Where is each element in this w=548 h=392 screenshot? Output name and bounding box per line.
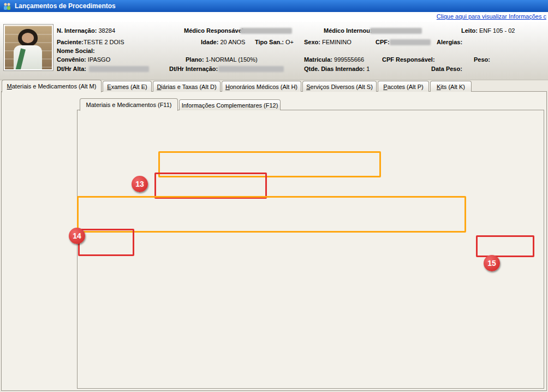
- inner-tab-panel: [77, 110, 544, 389]
- nome-social-label: Nome Social:: [57, 47, 95, 54]
- callout-15: 15: [484, 255, 500, 271]
- peso-label: Peso:: [474, 56, 490, 63]
- tab-kits[interactable]: Kits (Alt K): [430, 81, 472, 92]
- sexo: Sexo: FEMININO: [304, 39, 352, 45]
- cpf-label: CPF:: [376, 39, 390, 45]
- tab-servicos-diversos[interactable]: Serviços Diversos (Alt S): [302, 81, 377, 92]
- patient-photo: [3, 24, 53, 71]
- inner-tab-materiais-f11[interactable]: Materiais e Medicamentos (F11): [80, 98, 178, 111]
- medico-internou-redacted: [370, 28, 422, 34]
- title-bar: Lançamentos de Procedimentos: [0, 0, 548, 12]
- n-internacao: N. Internação: 38284: [57, 27, 115, 34]
- medico-responsavel-label: Médico Responsável:: [184, 27, 245, 34]
- callout-13: 13: [132, 176, 148, 192]
- dt-internacao-redacted: [218, 66, 284, 72]
- window-title: Lançamentos de Procedimentos: [15, 2, 116, 10]
- app-icon: [3, 2, 11, 10]
- dias-internado: Qtde. Dias Internado: 1: [304, 66, 370, 72]
- tab-pacotes[interactable]: Pacotes (Alt P): [378, 81, 429, 92]
- cpf-responsavel-label: CPF Responsável:: [382, 56, 435, 63]
- alergias-label: Alergias:: [437, 39, 462, 45]
- leito: Leito: ENF 105 - 02: [461, 27, 515, 34]
- paciente: Paciente:TESTE 2 DOIS: [57, 39, 124, 45]
- data-peso-label: Data Peso:: [431, 66, 462, 72]
- callout-14: 14: [69, 228, 85, 244]
- convenio-paciente: Convênio: IPASGO: [57, 56, 110, 63]
- medico-responsavel-redacted: [240, 28, 292, 34]
- tab-honorarios-medicos[interactable]: Honorários Médicos (Alt H): [222, 81, 301, 92]
- patient-header: N. Internação: 38284 Médico Responsável:…: [0, 22, 548, 80]
- idade: Idade: 20 ANOS: [201, 39, 245, 45]
- inner-tab-informacoes-f12[interactable]: Informações Complementares (F12): [179, 99, 281, 110]
- tab-exames[interactable]: Exames (Alt E): [103, 81, 152, 92]
- plano: Plano: 1-NORMAL (150%): [186, 56, 258, 63]
- link-bar: Clique aqui para visualizar Informações …: [0, 12, 548, 22]
- info-link[interactable]: Clique aqui para visualizar Informações …: [437, 13, 546, 20]
- tab-diarias-taxas[interactable]: Diárias e Taxas (Alt D): [153, 81, 221, 92]
- cpf-redacted: [390, 39, 431, 45]
- dt-internacao-label: Dt/Hr Internação:: [169, 66, 218, 72]
- tab-materiais-medicamentos[interactable]: Materiais e Medicamentos (Alt M): [2, 80, 102, 92]
- medico-internou-label: Médico Internou:: [324, 27, 372, 34]
- dt-alta-redacted: [89, 66, 149, 72]
- matricula: Matricula: 999555666: [304, 56, 364, 63]
- dt-alta-label: Dt/Hr Alta:: [57, 66, 86, 72]
- app-window: Lançamentos de Procedimentos Clique aqui…: [0, 0, 548, 392]
- tipo-sanguineo: Tipo San.: O+: [255, 39, 294, 45]
